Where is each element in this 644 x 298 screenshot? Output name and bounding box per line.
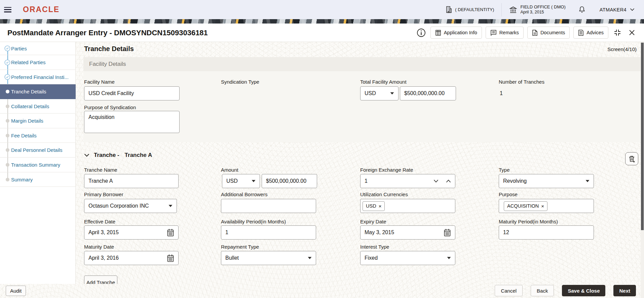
- availability-period-input[interactable]: [221, 225, 316, 240]
- next-button[interactable]: Next: [613, 285, 636, 296]
- documents-icon: [532, 30, 538, 36]
- advices-button[interactable]: Advices: [573, 27, 608, 39]
- sidebar-item-preferred-financial[interactable]: Preferred Financial Insti...: [0, 70, 76, 84]
- amount-input[interactable]: [262, 174, 317, 188]
- title-actions: Application Info Remarks Documents: [416, 27, 637, 39]
- purpose-chip-label: ACQUISITION: [507, 203, 539, 209]
- top-app-bar: ORACLE ( DEFAULTENTITY): [0, 0, 644, 19]
- documents-button[interactable]: Documents: [527, 27, 570, 39]
- save-close-button[interactable]: Save & Close: [562, 285, 605, 296]
- maturity-period-input[interactable]: [499, 225, 594, 240]
- repayment-type-label: Repayment Type: [221, 244, 259, 250]
- step-check-icon: [4, 74, 10, 80]
- total-facility-currency-select[interactable]: USD: [360, 86, 399, 100]
- maturity-date-value: April 3, 2016: [88, 255, 119, 261]
- screen-heading: Tranche Details: [84, 45, 134, 53]
- facility-details-section-header: Facility Details: [83, 57, 641, 71]
- maturity-date-field[interactable]: April 3, 2016: [84, 251, 179, 265]
- user-menu[interactable]: ATMAKER4: [600, 7, 635, 12]
- amount-currency-select[interactable]: USD: [222, 174, 260, 188]
- purpose-chip: ACQUISITION ×: [504, 201, 547, 211]
- facility-name-input[interactable]: [84, 86, 180, 100]
- sidebar-item-margin-details[interactable]: Margin Details: [0, 114, 76, 128]
- add-tranche-clip: Add Tranche: [84, 275, 124, 284]
- remarks-button[interactable]: Remarks: [486, 27, 524, 39]
- branch-date: April 3, 2015: [520, 10, 544, 14]
- delete-tranche-button[interactable]: [625, 152, 638, 165]
- expiry-date-field[interactable]: May 3, 2015: [360, 225, 455, 240]
- amount-label: Amount: [221, 167, 238, 173]
- advices-label: Advices: [586, 30, 604, 35]
- collapse-chevron-icon[interactable]: [84, 154, 89, 157]
- fx-rate-stepper[interactable]: 1: [360, 174, 455, 188]
- type-select[interactable]: Revolving: [499, 174, 594, 188]
- scrollbar-thumb[interactable]: [641, 43, 644, 230]
- sidebar-item-related-parties[interactable]: Related Parties: [0, 55, 76, 70]
- sidebar-item-collateral-details[interactable]: Collateral Details: [0, 99, 76, 114]
- purpose-field[interactable]: ACQUISITION ×: [499, 199, 594, 213]
- utilization-currencies-field[interactable]: USD ×: [360, 199, 455, 213]
- primary-borrower-select[interactable]: Octasun Corporation INC: [84, 199, 177, 213]
- bank-icon: [509, 6, 517, 13]
- application-info-icon: [435, 30, 441, 36]
- entity-selector[interactable]: ( DEFAULTENTITY): [446, 6, 494, 13]
- purpose-of-syndication-textarea[interactable]: Acquisition: [84, 111, 180, 133]
- sidebar-item-parties[interactable]: Parties: [0, 42, 76, 55]
- facility-details-title: Facility Details: [89, 61, 126, 68]
- stepper-up-icon[interactable]: [446, 179, 451, 183]
- chevron-down-icon: [630, 8, 635, 11]
- top-bar-right: ( DEFAULTENTITY) FIELD OFFICE ( DMO) Apr…: [446, 0, 644, 19]
- expiry-date-value: May 3, 2015: [365, 229, 394, 236]
- expand-button[interactable]: [612, 27, 623, 38]
- primary-borrower-label: Primary Borrower: [84, 191, 123, 197]
- interest-type-value: Fixed: [365, 255, 378, 261]
- sidebar-item-summary[interactable]: Summary: [0, 172, 76, 187]
- effective-date-field[interactable]: April 3, 2015: [84, 225, 179, 240]
- footer-bar: Audit Cancel Back Save & Close Next: [0, 284, 644, 298]
- step-upcoming-dot: [6, 104, 9, 108]
- maturity-period-label: Maturity Period(in Months): [499, 219, 558, 224]
- interest-type-select[interactable]: Fixed: [360, 251, 455, 265]
- chip-remove-icon[interactable]: ×: [541, 203, 544, 209]
- back-button[interactable]: Back: [531, 285, 554, 296]
- step-upcoming-dot: [6, 119, 9, 123]
- utilization-currencies-label: Utilization Currencies: [360, 191, 408, 197]
- close-icon[interactable]: [627, 27, 637, 38]
- tranche-name-input[interactable]: [84, 174, 179, 188]
- sidebar-item-tranche-details[interactable]: Tranche Details: [0, 84, 76, 99]
- type-label: Type: [499, 167, 510, 173]
- branch-selector[interactable]: FIELD OFFICE ( DMO) April 3, 2015: [509, 4, 565, 15]
- building-icon: [446, 6, 452, 13]
- screen-indicator: Screen(4/10): [607, 46, 637, 52]
- sidebar-item-transaction-summary[interactable]: Transaction Summary: [0, 158, 76, 172]
- sidebar-item-deal-personnel[interactable]: Deal Personnel Details: [0, 143, 76, 158]
- cancel-button[interactable]: Cancel: [495, 285, 523, 296]
- stepper-down-icon[interactable]: [433, 179, 439, 183]
- calendar-icon[interactable]: [167, 228, 174, 237]
- fx-rate-label: Foreign Exchange Rate: [360, 167, 413, 173]
- sidebar-item-fee-details[interactable]: Fee Details: [0, 128, 76, 143]
- info-button[interactable]: [416, 27, 427, 38]
- step-upcoming-dot: [6, 134, 9, 137]
- additional-borrowers-input[interactable]: [221, 199, 316, 213]
- chip-remove-icon[interactable]: ×: [379, 203, 382, 209]
- calendar-icon[interactable]: [167, 254, 174, 262]
- purpose-of-syndication-label: Purpose of Syndication: [84, 104, 136, 110]
- footer-actions: Cancel Back Save & Close Next: [495, 285, 636, 296]
- audit-button[interactable]: Audit: [6, 286, 26, 296]
- repayment-type-select[interactable]: Bullet: [221, 251, 316, 265]
- step-check-icon: [4, 59, 10, 66]
- application-info-button[interactable]: Application Info: [430, 27, 482, 39]
- total-facility-currency-value: USD: [365, 90, 376, 96]
- tranche-section-header[interactable]: Tranche - Tranche A: [84, 152, 152, 159]
- entity-label: ( DEFAULTENTITY): [455, 7, 494, 12]
- add-tranche-button[interactable]: Add Tranche: [84, 275, 117, 284]
- trash-icon: [628, 155, 635, 163]
- hamburger-menu-icon[interactable]: [4, 7, 11, 12]
- total-facility-amount-input[interactable]: [400, 86, 456, 100]
- facility-name-label: Facility Name: [84, 79, 115, 85]
- notifications-bell-icon[interactable]: [578, 6, 585, 13]
- maturity-date-label: Maturity Date: [84, 244, 114, 250]
- calendar-icon[interactable]: [444, 228, 451, 237]
- caret-down-icon: [447, 257, 451, 259]
